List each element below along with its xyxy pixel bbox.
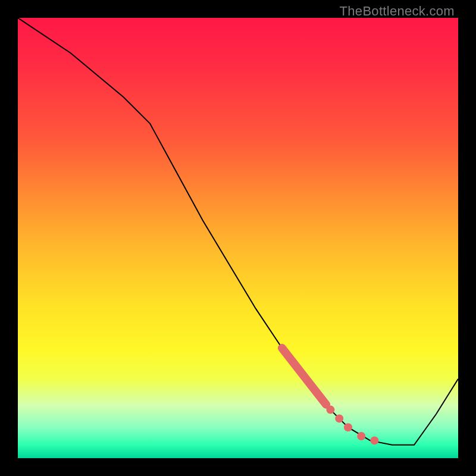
main-curve [18, 18, 458, 445]
highlight-dot [326, 406, 334, 414]
highlight-dot [344, 423, 352, 431]
highlight-segment [282, 348, 326, 405]
watermark-text: TheBottleneck.com [340, 4, 455, 19]
highlight-dot [357, 432, 365, 440]
chart-overlay-svg [18, 18, 458, 458]
highlight-dot [370, 436, 378, 444]
chart-stage: TheBottleneck.com [0, 0, 476, 476]
highlight-dot [335, 414, 343, 422]
plot-area [18, 18, 458, 458]
